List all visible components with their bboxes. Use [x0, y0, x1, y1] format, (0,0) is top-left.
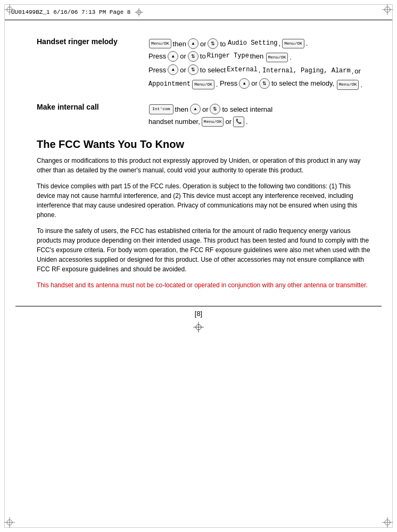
ringer-content: Menu/OK then ▲ or ⇅ to Audio Setting, Me…: [148, 36, 371, 91]
call-icon: 📞: [233, 117, 244, 127]
then-text-1: then: [173, 38, 186, 50]
page-border: UU01499BZ_1 6/16/06 7:13 PM Page 8 Hands…: [4, 4, 393, 528]
bottom-crosshair-section: [5, 318, 392, 337]
page-number-section: [8]: [15, 306, 382, 318]
internal-call-section: Make internal call Int'com then ▲ or ⇅ t…: [37, 102, 371, 128]
updown-icon-2: ⇅: [188, 51, 198, 62]
or-text-3: or: [180, 64, 186, 76]
external-text: External: [227, 64, 258, 76]
internal-call-title: Make internal call: [37, 103, 99, 111]
press-text-2: Press: [148, 64, 166, 76]
period-5: .: [246, 115, 248, 128]
ringer-line-7: Appointment Menu/OK.: [148, 78, 218, 90]
comma-2: ,: [259, 64, 261, 76]
content-area: Handset ringer melody Menu/OK then ▲ or …: [5, 20, 392, 301]
redial-icon-5: ▲: [190, 104, 201, 114]
appointment-text: Appointment: [148, 79, 191, 90]
to-text-1: to: [220, 38, 226, 50]
or-text-2: or: [180, 50, 186, 62]
header-crosshair-icon: [135, 8, 143, 16]
ringer-line-6: Internal, Paging, Alarm, or: [262, 65, 361, 77]
internal-call-line-2: handset number, Menu/OK or 📞 .: [148, 115, 248, 128]
header-bar: UU01499BZ_1 6/16/06 7:13 PM Page 8: [5, 5, 392, 20]
corner-mark-tr-icon: [382, 4, 393, 15]
updown-icon-1: ⇅: [208, 38, 218, 49]
to-select-text-1: to select: [200, 64, 226, 76]
redial-icon-4: ▲: [239, 78, 250, 89]
press-text-3: Press: [220, 77, 237, 89]
intercom-icon: Int'com: [149, 104, 173, 114]
handset-number-text: handset number,: [148, 115, 200, 128]
to-ringer-type-text: to: [200, 50, 206, 62]
or-text-4: or: [354, 65, 361, 77]
fcc-title: The FCC Wants You To Know: [37, 138, 371, 151]
or-text-1: or: [200, 38, 206, 50]
menu-ok-icon-1: Menu/OK: [149, 39, 171, 48]
period-4: .: [360, 79, 362, 91]
redial-icon-1: ▲: [188, 38, 198, 49]
comma-1: ,: [279, 37, 281, 49]
to-select-internal-text: to select internal: [222, 103, 272, 115]
to-select-melody-text: to select the melody,: [271, 77, 334, 89]
menu-ok-icon-6: Menu/OK: [202, 117, 224, 127]
fcc-para-2: This device complies with part 15 of the…: [37, 181, 371, 220]
redial-icon-3: ▲: [168, 64, 178, 75]
internal-call-content: Int'com then ▲ or ⇅ to select internal h…: [148, 102, 371, 128]
ringer-title: Handset ringer melody: [37, 37, 118, 46]
period-3: .: [216, 78, 218, 90]
page-number: [8]: [195, 310, 202, 318]
redial-icon-2: ▲: [168, 51, 178, 62]
then-text-2: then: [250, 50, 263, 62]
updown-icon-5: ⇅: [210, 104, 220, 114]
comma-3: ,: [352, 65, 354, 77]
ringer-line-2: Audio Setting, Menu/OK.: [228, 37, 308, 49]
fcc-para-1: Changes or modifications to this product…: [37, 156, 371, 175]
menu-ok-icon-4: Menu/OK: [192, 80, 214, 89]
fcc-para-3: To insure the safety of users, the FCC h…: [37, 226, 371, 274]
or-text-5: or: [251, 77, 258, 89]
fcc-warning: This handset and its antenna must not be…: [37, 280, 371, 290]
corner-mark-bl-icon: [4, 517, 15, 528]
fcc-section: The FCC Wants You To Know Changes or mod…: [37, 138, 371, 290]
audio-setting-text: Audio Setting: [228, 38, 278, 49]
ringer-line-8: Press ▲ or ⇅ to select the melody,: [220, 77, 334, 89]
ringer-type-text: Ringer Type: [207, 51, 249, 62]
menu-ok-icon-5: Menu/OK: [337, 80, 359, 89]
updown-icon-4: ⇅: [259, 78, 270, 89]
ringer-section: Handset ringer melody Menu/OK then ▲ or …: [37, 36, 371, 91]
corner-mark-br-icon: [382, 517, 393, 528]
period-2: .: [290, 51, 292, 63]
ringer-line-1: Menu/OK then ▲ or ⇅ to: [148, 38, 226, 50]
menu-ok-icon-2: Menu/OK: [282, 39, 304, 48]
ringer-line-5: Press ▲ or ⇅ to select External,: [148, 64, 260, 76]
corner-mark-tl-icon: [4, 4, 15, 15]
ringer-line-4: Menu/OK.: [266, 51, 292, 63]
or-text-6: or: [202, 103, 209, 115]
menu-ok-icon-3: Menu/OK: [266, 53, 288, 62]
press-text-1: Press: [148, 50, 166, 62]
then-text-3: then: [175, 103, 188, 115]
header-text: UU01499BZ_1 6/16/06 7:13 PM Page 8: [11, 9, 130, 15]
internal-paging-text: Internal, Paging, Alarm: [262, 65, 351, 77]
internal-call-line-1: Int'com then ▲ or ⇅ to select internal: [148, 103, 272, 115]
ringer-line-9: Menu/OK.: [336, 79, 362, 91]
bottom-crosshair-icon: [193, 322, 204, 332]
ringer-label: Handset ringer melody: [37, 36, 143, 46]
or-text-7: or: [225, 115, 231, 128]
period-1: .: [306, 37, 308, 49]
internal-call-label: Make internal call: [37, 102, 143, 111]
updown-icon-3: ⇅: [188, 64, 198, 75]
ringer-line-3: Press ▲ or ⇅ to Ringer Type then: [148, 50, 263, 62]
